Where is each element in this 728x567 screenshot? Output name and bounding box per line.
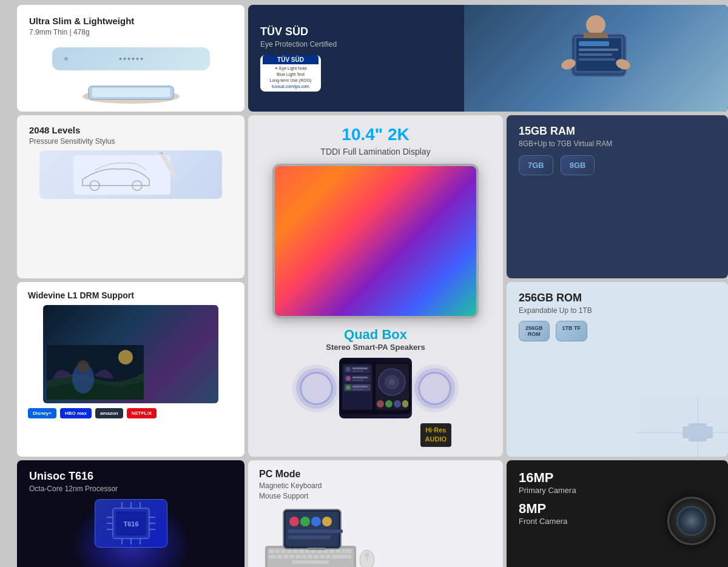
svg-rect-2 [92, 88, 170, 97]
display-subtitle: TDDI Full Lamination Display [320, 147, 430, 156]
main-grid: Ultra Slim & Lightweight 7.9mm Thin | 47… [12, 0, 716, 567]
netflix-badge: NETFLIX [127, 408, 157, 418]
svg-rect-38 [385, 400, 393, 408]
svg-rect-77 [335, 549, 340, 553]
svg-point-42 [118, 350, 133, 364]
svg-rect-83 [295, 555, 300, 559]
slim-title: Ultra Slim & Lightweight [29, 16, 134, 26]
camera-front-label: Front Camera [519, 517, 567, 526]
svg-point-102 [365, 553, 369, 557]
dot-5 [136, 58, 138, 60]
hires-line2: AUDIO [425, 435, 447, 443]
svg-rect-98 [288, 535, 331, 539]
svg-rect-40 [402, 400, 408, 408]
svg-rect-90 [292, 560, 329, 564]
hbo-badge: HBO max [60, 408, 92, 418]
tuv-tablet-img [464, 5, 728, 112]
svg-rect-81 [283, 555, 288, 559]
drm-screen [43, 305, 218, 403]
svg-point-5 [586, 15, 605, 35]
disney-badge: Disney+ [28, 408, 56, 418]
processor-subtitle: Octa-Core 12nm Processor [29, 485, 232, 493]
drm-content-svg [47, 345, 144, 400]
svg-rect-80 [277, 555, 282, 559]
slim-cell: Ultra Slim & Lightweight 7.9mm Thin | 47… [17, 5, 244, 112]
svg-point-93 [289, 517, 299, 526]
svg-point-44 [77, 360, 89, 372]
svg-rect-27 [352, 377, 368, 378]
svg-rect-32 [352, 389, 363, 390]
hires-line1: Hi·Res [425, 426, 446, 434]
svg-rect-23 [352, 367, 368, 369]
slim-subtitle: 7.9mm Thin | 478g [29, 28, 90, 36]
svg-point-95 [311, 517, 321, 526]
pcmode-title: PC Mode [259, 469, 492, 480]
svg-point-96 [322, 517, 332, 526]
ram-chips: 7GB 8GB [519, 155, 716, 175]
svg-point-94 [300, 517, 310, 526]
pcmode-subtitle1: Magnetic Keyboard [259, 481, 492, 490]
dot-6 [140, 58, 143, 60]
tuv-badge-header: TÜV SÜD [263, 55, 318, 64]
pcmode-svg [259, 506, 380, 567]
pcmode-cell: PC Mode Magnetic Keyboard Mouse Support [248, 460, 503, 567]
hi-res-badge-area: Hi·Res AUDIO [300, 423, 451, 447]
dot-4 [132, 58, 134, 60]
svg-rect-14 [73, 155, 170, 195]
chip-svg: T616 [101, 502, 161, 545]
svg-rect-28 [352, 380, 363, 381]
svg-point-26 [346, 376, 351, 381]
tuv-badge-detail: ☀ Eye Light NoteBlue Light TestLong-term… [269, 64, 313, 90]
camera-front-mp: 8MP [519, 501, 546, 517]
svg-rect-37 [377, 400, 384, 408]
svg-rect-24 [352, 371, 363, 372]
drm-title: Widevine L1 DRM Support [28, 290, 234, 300]
ram-chip-8gb: 8GB [561, 155, 595, 175]
rom-chips: 256GBROM 1TB TF [519, 321, 716, 341]
display-size: 10.4" 2K [342, 125, 409, 144]
stylus-drawing [39, 150, 223, 199]
display-size-text: 10.4" 2K [342, 125, 409, 144]
processor-cell: Unisoc T616 Octa-Core 12nm Processor [17, 460, 244, 567]
drm-cell: Widevine L1 DRM Support Disney+ HBO max … [17, 282, 244, 457]
tuv-person-svg [535, 10, 656, 107]
rom-chip-256: 256GBROM [519, 321, 550, 341]
stylus-cell: 2048 Levels Pressure Sensitivity Stylus [17, 115, 244, 278]
speakers-section: Quad Box Stereo Smart-PA Speakers [300, 327, 451, 447]
music-tablet-svg [339, 361, 412, 415]
svg-rect-87 [320, 555, 325, 559]
svg-rect-84 [302, 555, 306, 559]
svg-rect-31 [352, 386, 368, 388]
svg-rect-69 [287, 549, 292, 553]
pcmode-subtitle2: Mouse Support [259, 492, 492, 500]
processor-chip-visual: T616 [95, 499, 167, 548]
camera-primary-mp: 16MP [519, 470, 553, 486]
svg-rect-76 [329, 549, 334, 553]
ram-title: 15GB RAM [519, 125, 716, 138]
slim-tablet-visual [52, 47, 210, 70]
slim-dots [119, 58, 143, 60]
speakers-row [300, 358, 451, 418]
rom-chip-1tb: 1TB TF [556, 321, 588, 341]
svg-rect-89 [332, 555, 351, 559]
speakers-subtitle: Stereo Smart-PA Speakers [300, 343, 451, 352]
svg-rect-8 [579, 41, 609, 46]
svg-rect-39 [394, 400, 401, 408]
display-cell: 10.4" 2K TDDI Full Lamination Display Qu… [248, 115, 503, 457]
rom-circuit-bg [637, 396, 728, 457]
speaker-right [418, 372, 451, 405]
tablet-music-visual [339, 358, 412, 418]
svg-rect-79 [269, 555, 276, 559]
ram-cell: 15GB RAM 8GB+Up to 7GB Virtual RAM 7GB 8… [507, 115, 728, 278]
dot-3 [127, 58, 130, 60]
stylus-subtitle: Pressure Sensitivity Stylus [29, 137, 232, 146]
svg-text:T616: T616 [123, 520, 138, 528]
pcmode-visual [259, 506, 492, 567]
svg-rect-70 [293, 549, 298, 553]
svg-rect-11 [579, 58, 615, 61]
drawing-svg [70, 152, 192, 198]
svg-rect-68 [281, 549, 286, 553]
tuv-content-left: TÜV SÜD Eye Protection Certified TÜV SÜD… [260, 25, 337, 92]
tuv-logo-area: TÜV SÜD ☀ Eye Light NoteBlue Light TestL… [260, 55, 337, 92]
svg-rect-99 [308, 548, 326, 550]
